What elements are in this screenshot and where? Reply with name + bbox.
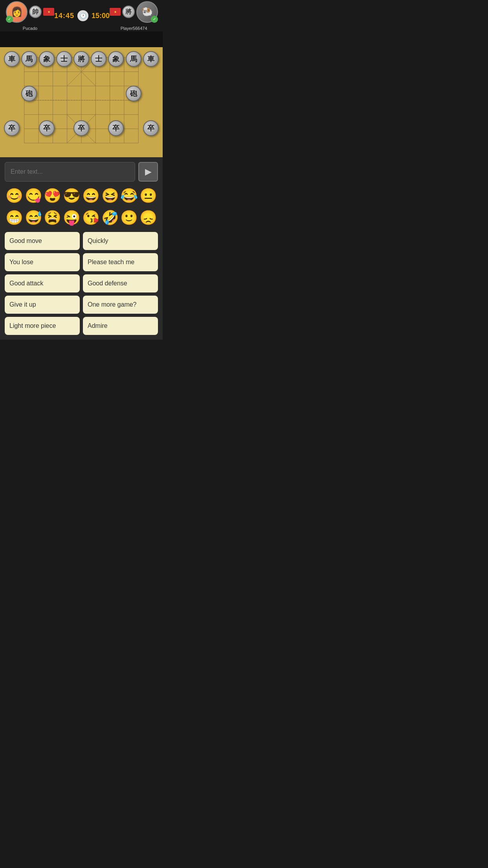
chat-text-input[interactable] — [5, 162, 135, 182]
phrase-good-defense[interactable]: Good defense — [83, 274, 158, 292]
cell-r1c6[interactable]: 士 — [90, 50, 107, 68]
cell-r5c5[interactable]: 卒 — [73, 120, 90, 137]
emoji-sad[interactable]: 😞 — [139, 208, 158, 227]
player2-flag — [110, 8, 121, 16]
cell-r2c3 — [38, 68, 55, 85]
emoji-yum[interactable]: 😋 — [24, 186, 43, 205]
cell-r5c7[interactable]: 卒 — [107, 120, 125, 137]
emoji-wink-tongue[interactable]: 😜 — [62, 208, 81, 227]
cell-r3c6 — [90, 85, 107, 102]
text-input-row: ▶ — [5, 162, 158, 182]
piece-ma-1[interactable]: 馬 — [21, 51, 37, 67]
emoji-sunglasses[interactable]: 😎 — [62, 186, 81, 205]
cell-r6c7 — [107, 137, 125, 154]
clock-icon: 🕐 — [77, 10, 88, 21]
piece-che-2[interactable]: 車 — [143, 51, 159, 67]
cell-r5c9[interactable]: 卒 — [142, 120, 160, 137]
cell-r1c4[interactable]: 士 — [55, 50, 73, 68]
cell-r1c2[interactable]: 馬 — [20, 50, 38, 68]
cell-r3c2[interactable]: 砲 — [20, 85, 38, 102]
cell-r5c2 — [20, 120, 38, 137]
cell-r4c4 — [55, 102, 73, 120]
phrase-please-teach-me[interactable]: Please teach me — [83, 253, 158, 271]
send-button[interactable]: ▶ — [138, 162, 158, 182]
cell-r4c3 — [38, 102, 55, 120]
cell-r6c1 — [3, 137, 20, 154]
piece-zu-3[interactable]: 卒 — [73, 120, 89, 136]
cell-r3c1 — [3, 85, 20, 102]
piece-ma-2[interactable]: 馬 — [126, 51, 141, 67]
piece-zu-4[interactable]: 卒 — [108, 120, 124, 136]
cell-r4c2 — [20, 102, 38, 120]
emoji-grin[interactable]: 😄 — [81, 186, 100, 205]
player1-avatar-container: 👩 ✓ — [6, 1, 28, 23]
piece-xiang-2[interactable]: 象 — [108, 51, 124, 67]
emoji-beam[interactable]: 😁 — [5, 208, 24, 227]
board-row-2 — [3, 68, 160, 85]
cell-r6c4 — [55, 137, 73, 154]
cell-r5c1[interactable]: 卒 — [3, 120, 20, 137]
timer-left: 14:45 — [54, 12, 74, 20]
cell-r2c7 — [107, 68, 125, 85]
emoji-kiss[interactable]: 😘 — [81, 208, 100, 227]
emoji-tired[interactable]: 😫 — [43, 208, 62, 227]
cell-r1c1[interactable]: 車 — [3, 50, 20, 68]
phrase-good-attack[interactable]: Good attack — [5, 274, 80, 292]
phrase-light-more-piece[interactable]: Light more piece — [5, 317, 80, 335]
board-row-3: 砲 砲 — [3, 85, 160, 102]
piece-che-1[interactable]: 車 — [4, 51, 20, 67]
player1-check-badge: ✓ — [6, 16, 13, 23]
emoji-neutral[interactable]: 😐 — [139, 186, 158, 205]
phrase-you-lose[interactable]: You lose — [5, 253, 80, 271]
player1-name: Pucado — [23, 26, 37, 31]
emoji-cry-laugh[interactable]: 😂 — [120, 186, 139, 205]
phrase-give-it-up[interactable]: Give it up — [5, 296, 80, 314]
board-row-1: 車 馬 象 士 將 士 象 — [3, 50, 160, 68]
cell-r1c5[interactable]: 將 — [73, 50, 90, 68]
piece-jiang[interactable]: 將 — [73, 51, 89, 67]
player2-info: 將 🐏 ✓ Player566474 — [110, 1, 158, 31]
board-row-6 — [3, 137, 160, 154]
emoji-row-1: 😊 😋 😍 😎 😄 😆 😂 😐 — [5, 186, 158, 205]
chess-board-container: 車 馬 象 士 將 士 象 — [0, 47, 163, 157]
spacer — [0, 31, 163, 47]
cell-r4c8 — [125, 102, 142, 120]
emoji-laugh[interactable]: 😆 — [101, 186, 119, 205]
cell-r2c8 — [125, 68, 142, 85]
phrase-one-more-game[interactable]: One more game? — [83, 296, 158, 314]
piece-shi-2[interactable]: 士 — [91, 51, 106, 67]
piece-pao-1[interactable]: 砲 — [21, 86, 37, 101]
piece-shi-1[interactable]: 士 — [56, 51, 72, 67]
cell-r3c8[interactable]: 砲 — [125, 85, 142, 102]
emoji-section: 😊 😋 😍 😎 😄 😆 😂 😐 😁 😅 😫 😜 😘 🤣 🙂 😞 — [5, 186, 158, 227]
cell-r1c8[interactable]: 馬 — [125, 50, 142, 68]
cell-r4c1 — [3, 102, 20, 120]
cell-r1c7[interactable]: 象 — [107, 50, 125, 68]
emoji-heart-eyes[interactable]: 😍 — [43, 186, 62, 205]
phrase-quickly[interactable]: Quickly — [83, 232, 158, 250]
phrase-good-move[interactable]: Good move — [5, 232, 80, 250]
timer-right: 15:00 — [92, 12, 110, 20]
cell-r5c3[interactable]: 卒 — [38, 120, 55, 137]
piece-zu-5[interactable]: 卒 — [143, 120, 159, 136]
piece-xiang-1[interactable]: 象 — [39, 51, 55, 67]
cell-r4c5 — [73, 102, 90, 120]
cell-r3c5 — [73, 85, 90, 102]
emoji-smile[interactable]: 😊 — [5, 186, 24, 205]
cell-r6c9 — [142, 137, 160, 154]
cell-r1c3[interactable]: 象 — [38, 50, 55, 68]
timer-section: 14:45 🕐 15:00 — [54, 10, 110, 21]
cell-r2c1 — [3, 68, 20, 85]
cell-r6c6 — [90, 137, 107, 154]
cell-r1c9[interactable]: 車 — [142, 50, 160, 68]
emoji-slight-smile[interactable]: 🙂 — [120, 208, 139, 227]
piece-zu-2[interactable]: 卒 — [39, 120, 55, 136]
emoji-sweat[interactable]: 😅 — [24, 208, 43, 227]
emoji-rofl[interactable]: 🤣 — [101, 208, 119, 227]
phrase-admire[interactable]: Admire — [83, 317, 158, 335]
cell-r2c9 — [142, 68, 160, 85]
piece-zu-1[interactable]: 卒 — [4, 120, 20, 136]
player1-piece: 帥 — [29, 6, 42, 18]
cell-r4c7 — [107, 102, 125, 120]
piece-pao-2[interactable]: 砲 — [126, 86, 141, 101]
